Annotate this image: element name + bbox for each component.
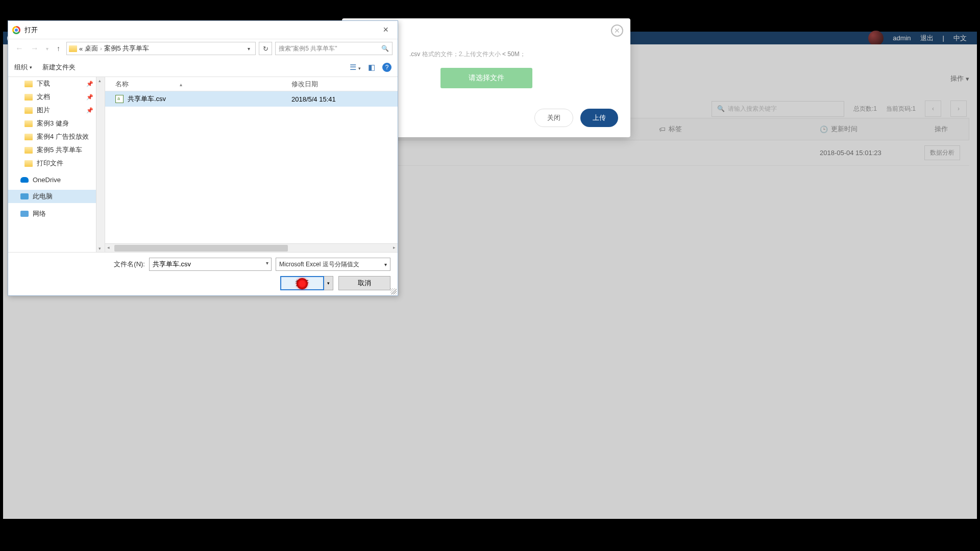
sort-asc-icon: ▴ [180,82,182,87]
dialog-search-input[interactable]: 搜索"案例5 共享单车" 🔍 [275,42,393,55]
organize-menu[interactable]: 组织▾ [14,63,32,72]
sidebar-item-network[interactable]: 网络 [8,207,105,220]
path-seg-folder[interactable]: 案例5 共享单车 [104,44,150,53]
dialog-toolbar: 组织▾ 新建文件夹 ☰ ▾ ◧ ? [8,58,398,77]
pc-icon [20,193,29,199]
open-button[interactable]: 打开 [280,276,324,290]
close-button[interactable]: 关闭 [534,109,573,127]
folder-icon [24,107,33,114]
sidebar-item-downloads[interactable]: 下载📌 [8,77,105,90]
nav-forward-button[interactable]: → [29,44,41,53]
open-button-dropdown[interactable]: ▾ [324,276,333,290]
onedrive-icon [20,177,29,183]
sidebar-item-print[interactable]: 打印文件 [8,157,105,170]
file-date: 2018/5/4 15:41 [291,95,368,103]
chrome-icon [12,26,20,34]
folder-icon [24,120,33,127]
select-file-button[interactable]: 请选择文件 [440,68,532,88]
address-bar[interactable]: « 桌面 › 案例5 共享单车 ▾ [66,42,256,55]
network-icon [20,211,29,217]
cancel-button[interactable]: 取消 [338,276,390,290]
search-placeholder: 搜索"案例5 共享单车" [279,44,337,53]
dialog-navbar: ← → ▾ ↑ « 桌面 › 案例5 共享单车 ▾ ↻ 搜索"案例5 共享单车"… [8,39,398,58]
dialog-sidebar: 下载📌 文档📌 图片📌 案例3 健身 案例4 广告投放效 案例5 共享单车 打印… [8,77,105,252]
col-date[interactable]: 修改日期 [291,80,368,89]
file-open-dialog: 打开 × ← → ▾ ↑ « 桌面 › 案例5 共享单车 ▾ ↻ 搜索"案例5 … [8,20,398,296]
file-row[interactable]: 共享单车.csv 2018/5/4 15:41 [105,91,398,107]
upload-button[interactable]: 上传 [580,109,618,127]
preview-pane-button[interactable]: ◧ [368,63,375,72]
file-list: 名称▴ 修改日期 共享单车.csv 2018/5/4 15:41 [105,77,398,252]
dialog-title: 打开 [24,26,38,35]
pin-icon: 📌 [86,107,93,114]
help-button[interactable]: ? [382,63,391,72]
sidebar-item-thispc[interactable]: 此电脑 [8,190,105,203]
folder-icon [24,134,33,140]
logout-link[interactable]: 退出 [920,34,934,43]
nav-back-button[interactable]: ← [13,44,26,53]
sidebar-item-documents[interactable]: 文档📌 [8,90,105,104]
filename-input[interactable] [149,258,272,271]
filetype-select[interactable]: Microsoft Excel 逗号分隔值文 ▾ [276,258,390,271]
folder-icon [24,147,33,154]
folder-icon [24,160,33,167]
modal-close-button[interactable]: ✕ [611,24,623,37]
folder-icon [24,81,33,87]
nav-up-button[interactable]: ↑ [54,44,63,53]
sidebar-item-onedrive[interactable]: OneDrive [8,174,105,186]
username-label[interactable]: admin [893,34,911,42]
path-seg-desktop[interactable]: 桌面 [85,44,98,53]
horizontal-scrollbar[interactable] [105,243,398,252]
click-indicator [297,278,308,289]
divider: | [943,34,944,42]
pin-icon: 📌 [86,94,93,101]
file-name: 共享单车.csv [128,94,166,104]
chevron-down-icon: ▾ [384,262,387,267]
upload-hint: .csv 格式的文件；2.上传文件大小 < 50M； [409,50,618,59]
sidebar-scrollbar[interactable] [96,77,105,252]
language-switch[interactable]: 中文 [953,34,967,43]
pin-icon: 📌 [86,81,93,87]
col-name[interactable]: 名称 [115,80,129,88]
search-icon: 🔍 [381,45,389,52]
dialog-close-button[interactable]: × [378,24,394,35]
folder-icon [69,45,77,52]
chevron-down-icon[interactable]: ▾ [266,260,268,266]
address-dropdown[interactable]: ▾ [244,46,253,52]
file-list-header: 名称▴ 修改日期 [105,77,398,91]
csv-file-icon [115,95,124,103]
sidebar-item-case5[interactable]: 案例5 共享单车 [8,143,105,157]
refresh-button[interactable]: ↻ [259,42,272,55]
view-options-button[interactable]: ☰ ▾ [350,63,361,72]
filename-label: 文件名(N): [114,260,145,269]
nav-recent-button[interactable]: ▾ [44,46,51,52]
dialog-titlebar: 打开 × [8,21,398,39]
sidebar-item-pictures[interactable]: 图片📌 [8,104,105,117]
sidebar-item-case3[interactable]: 案例3 健身 [8,117,105,130]
sidebar-item-case4[interactable]: 案例4 广告投放效 [8,130,105,143]
new-folder-button[interactable]: 新建文件夹 [42,63,76,72]
resize-grip[interactable] [390,288,397,294]
chevron-right-icon: › [100,46,102,52]
folder-icon [24,94,33,101]
avatar[interactable] [868,31,884,46]
